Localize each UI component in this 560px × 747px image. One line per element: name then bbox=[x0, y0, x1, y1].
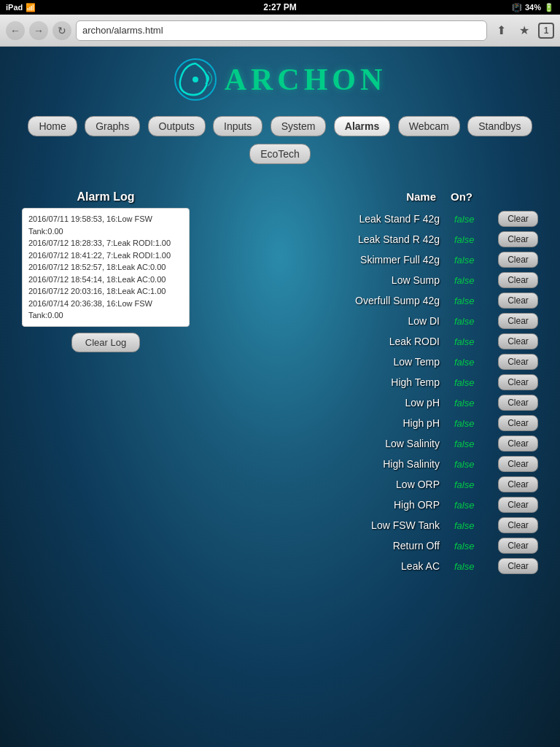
alarm-clear-button[interactable]: Clear bbox=[498, 231, 538, 247]
alarm-clear-button[interactable]: Clear bbox=[498, 374, 538, 390]
header-name: Name bbox=[204, 190, 451, 203]
alarm-row: Leak ACfalseClear bbox=[204, 556, 538, 576]
alarm-name: Low Temp bbox=[204, 356, 454, 368]
clear-log-button[interactable]: Clear Log bbox=[71, 333, 140, 352]
nav-home[interactable]: Home bbox=[28, 116, 77, 136]
log-entry-4: 2016/07/12 18:54:14, 18:Leak AC:0.00 bbox=[28, 274, 183, 286]
alarm-clear-button[interactable]: Clear bbox=[498, 415, 538, 431]
reload-button[interactable]: ↻ bbox=[52, 21, 71, 40]
alarm-name: Skimmer Full 42g bbox=[204, 254, 454, 266]
alarm-clear-button[interactable]: Clear bbox=[498, 211, 538, 227]
alarm-name: High pH bbox=[204, 417, 454, 429]
logo-icon bbox=[174, 58, 217, 101]
alarms-header: Name On? bbox=[204, 190, 538, 209]
nav-webcam[interactable]: Webcam bbox=[398, 116, 460, 136]
alarm-rows-container: Leak Stand F 42gfalseClearLeak Stand R 4… bbox=[204, 209, 538, 576]
ocean-background: ARCHON Home Graphs Outputs Inputs System… bbox=[0, 47, 560, 747]
alarm-clear-button[interactable]: Clear bbox=[498, 354, 538, 370]
alarm-name: Low Salinity bbox=[204, 438, 454, 449]
url-bar[interactable]: archon/alarms.html bbox=[76, 20, 487, 41]
alarm-status: false bbox=[454, 316, 498, 327]
alarm-name: Overfull Sump 42g bbox=[204, 295, 454, 306]
alarm-clear-button[interactable]: Clear bbox=[498, 517, 538, 533]
alarm-status: false bbox=[454, 336, 498, 347]
alarm-clear-button[interactable]: Clear bbox=[498, 558, 538, 574]
alarm-clear-button[interactable]: Clear bbox=[498, 476, 538, 492]
alarm-name: Low DI bbox=[204, 315, 454, 327]
log-entry-5: 2016/07/12 20:03:16, 18:Leak AC:1.00 bbox=[28, 285, 183, 298]
alarm-status: false bbox=[454, 234, 498, 245]
alarm-status: false bbox=[454, 295, 498, 306]
alarm-status: false bbox=[454, 561, 498, 572]
alarm-clear-button[interactable]: Clear bbox=[498, 456, 538, 472]
nav-graphs[interactable]: Graphs bbox=[85, 116, 140, 136]
alarm-row: Skimmer Full 42gfalseClear bbox=[204, 249, 538, 270]
alarm-log-section: Alarm Log 2016/07/11 19:58:53, 16:Low FS… bbox=[22, 190, 190, 352]
forward-button[interactable]: → bbox=[29, 21, 48, 40]
alarm-status: false bbox=[454, 541, 498, 551]
alarm-clear-button[interactable]: Clear bbox=[498, 538, 538, 554]
alarm-log-title: Alarm Log bbox=[22, 190, 190, 204]
tab-count[interactable]: 1 bbox=[538, 23, 554, 39]
alarm-row: Low SalinityfalseClear bbox=[204, 433, 538, 454]
nav-outputs[interactable]: Outputs bbox=[148, 116, 206, 136]
navigation: Home Graphs Outputs Inputs System Alarms… bbox=[0, 109, 560, 176]
status-bar: iPad 📶 2:27 PM 📳 34% 🔋 bbox=[0, 0, 560, 15]
status-right: 📳 34% 🔋 bbox=[512, 3, 554, 12]
nav-standbys[interactable]: Standbys bbox=[467, 116, 532, 136]
alarm-name: Low Sump bbox=[204, 274, 454, 286]
alarm-clear-button[interactable]: Clear bbox=[498, 497, 538, 513]
log-entry-3: 2016/07/12 18:52:57, 18:Leak AC:0.00 bbox=[28, 261, 183, 274]
alarm-row: Low pHfalseClear bbox=[204, 392, 538, 413]
alarm-row: High pHfalseClear bbox=[204, 413, 538, 433]
alarm-row: Overfull Sump 42gfalseClear bbox=[204, 290, 538, 311]
alarm-clear-button[interactable]: Clear bbox=[498, 272, 538, 288]
status-left: iPad 📶 bbox=[6, 3, 36, 12]
nav-ecotech[interactable]: EcoTech bbox=[249, 144, 311, 164]
logo-area: ARCHON bbox=[0, 47, 560, 109]
alarm-name: High Temp bbox=[204, 376, 454, 388]
share-button[interactable]: ⬆ bbox=[491, 21, 510, 40]
alarm-status: false bbox=[454, 255, 498, 266]
alarm-clear-button[interactable]: Clear bbox=[498, 333, 538, 349]
alarm-name: Leak Stand R 42g bbox=[204, 233, 454, 245]
bookmark-button[interactable]: ★ bbox=[515, 21, 534, 40]
nav-row-1: Home Graphs Outputs Inputs System Alarms… bbox=[0, 115, 560, 138]
alarm-status: false bbox=[454, 500, 498, 511]
log-entry-0: 2016/07/11 19:58:53, 16:Low FSW Tank:0.0… bbox=[28, 213, 183, 237]
nav-inputs[interactable]: Inputs bbox=[213, 116, 262, 136]
logo-text: ARCHON bbox=[225, 62, 387, 97]
alarm-status: false bbox=[454, 357, 498, 368]
battery-icon: 🔋 bbox=[544, 3, 554, 12]
alarm-status: false bbox=[454, 438, 498, 449]
alarm-name: Low FSW Tank bbox=[204, 519, 454, 531]
alarm-clear-button[interactable]: Clear bbox=[498, 395, 538, 411]
alarm-status: false bbox=[454, 275, 498, 286]
nav-system[interactable]: System bbox=[271, 116, 327, 136]
wifi-icon: 📶 bbox=[26, 3, 36, 12]
alarm-clear-button[interactable]: Clear bbox=[498, 293, 538, 309]
browser-actions: ⬆ ★ 1 bbox=[491, 21, 554, 40]
back-button[interactable]: ← bbox=[6, 21, 25, 40]
alarm-name: Low ORP bbox=[204, 479, 454, 490]
alarm-log-box: 2016/07/11 19:58:53, 16:Low FSW Tank:0.0… bbox=[22, 208, 190, 327]
time-display: 2:27 PM bbox=[263, 2, 296, 12]
alarm-name: High Salinity bbox=[204, 458, 454, 470]
alarm-clear-button[interactable]: Clear bbox=[498, 252, 538, 268]
alarm-row: High SalinityfalseClear bbox=[204, 454, 538, 474]
alarm-status: false bbox=[454, 398, 498, 409]
alarm-row: Leak Stand F 42gfalseClear bbox=[204, 209, 538, 229]
alarm-status: false bbox=[454, 520, 498, 531]
alarm-name: Leak AC bbox=[204, 560, 454, 572]
alarm-name: High ORP bbox=[204, 499, 454, 511]
main-content: Alarm Log 2016/07/11 19:58:53, 16:Low FS… bbox=[0, 176, 560, 591]
alarm-clear-button[interactable]: Clear bbox=[498, 313, 538, 329]
alarm-status: false bbox=[454, 479, 498, 490]
alarm-row: Leak RODIfalseClear bbox=[204, 331, 538, 352]
alarm-row: High TempfalseClear bbox=[204, 372, 538, 392]
alarm-clear-button[interactable]: Clear bbox=[498, 436, 538, 452]
log-entry-1: 2016/07/12 18:28:33, 7:Leak RODI:1.00 bbox=[28, 237, 183, 249]
alarm-status: false bbox=[454, 418, 498, 429]
url-text: archon/alarms.html bbox=[82, 25, 163, 36]
nav-alarms[interactable]: Alarms bbox=[334, 116, 390, 136]
